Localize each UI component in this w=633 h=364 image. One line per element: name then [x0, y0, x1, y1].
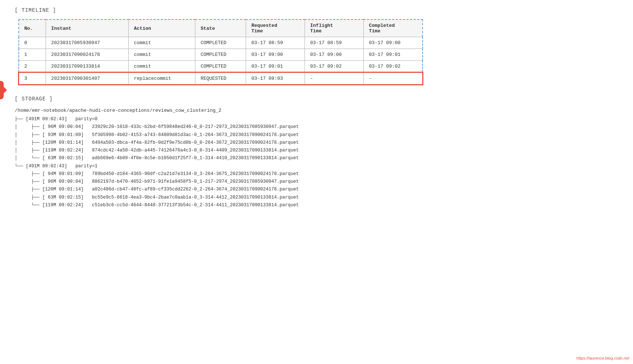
timeline-table: No. Instant Action State RequestedTime I…: [18, 19, 423, 85]
table-cell-3: REQUESTED: [195, 72, 246, 85]
tree-line-item: ├── [ 94M 09:01:09] 789bd450-d184-4365-9…: [15, 170, 618, 178]
timeline-label: [ TIMELINE ]: [15, 7, 618, 13]
tree-line-item: └── [491M 09:02:43] parity=1: [15, 163, 618, 170]
tree-line-item: │ ├── [ 93M 09:01:09] 5f305998-4b02-4153…: [15, 131, 618, 139]
storage-tree: ├── [491M 09:02:43] parity=0│ ├── [ 96M …: [15, 115, 618, 209]
table-cell-3: COMPLETED: [195, 49, 246, 61]
storage-path: /home/emr-notebook/apache-hudi-core-conc…: [15, 108, 618, 113]
table-cell-1: 20230317090024178: [46, 49, 129, 61]
table-cell-0: 0: [19, 37, 46, 49]
table-cell-5: -: [305, 72, 364, 85]
storage-section: [ STORAGE ] /home/emr-notebook/apache-hu…: [15, 96, 618, 209]
table-cell-5: 03-17 09:02: [305, 61, 364, 73]
table-cell-0: 3: [19, 72, 46, 85]
table-cell-5: 03-17 08:59: [305, 37, 364, 49]
table-cell-0: 2: [19, 61, 46, 73]
table-row: 320230317090301407replacecommitREQUESTED…: [19, 72, 423, 85]
table-cell-6: 03-17 09:02: [364, 61, 423, 73]
table-cell-4: 03-17 09:03: [246, 72, 305, 85]
table-cell-4: 03-17 09:01: [246, 61, 305, 73]
table-cell-2: commit: [128, 49, 195, 61]
col-header-requested-time: RequestedTime: [246, 19, 305, 37]
tree-line-item: │ └── [ 63M 09:02:15] adb669e6-4b09-4f0e…: [15, 154, 618, 162]
table-cell-3: COMPLETED: [195, 37, 246, 49]
tree-line-item: ├── [ 63M 09:02:15] bc55e9c5-6618-4ea3-9…: [15, 194, 618, 201]
table-row: 220230317090133814commitCOMPLETED03-17 0…: [19, 61, 423, 73]
col-header-action: Action: [128, 19, 195, 37]
table-row: 020230317085930947commitCOMPLETED03-17 0…: [19, 37, 423, 49]
table-header-row: No. Instant Action State RequestedTime I…: [19, 19, 423, 37]
tree-line-item: │ ├── [119M 09:02:24] 874cdc42-4a50-42db…: [15, 147, 618, 154]
tree-line-item: │ ├── [ 96M 09:00:04] 23929c20-1018-433c…: [15, 123, 618, 131]
col-header-instant: Instant: [46, 19, 129, 37]
table-cell-1: 20230317090301407: [46, 72, 129, 85]
table-cell-6: 03-17 09:01: [364, 49, 423, 61]
table-cell-2: replacecommit: [128, 72, 195, 85]
tree-line-item: │ ├── [120M 09:01:14] 6494a503-dbca-4f4a…: [15, 139, 618, 147]
table-cell-1: 20230317085930947: [46, 37, 129, 49]
table-cell-3: COMPLETED: [195, 61, 246, 73]
table-cell-6: 03-17 09:00: [364, 37, 423, 49]
tree-line-item: └── [119M 09:02:24] c51eb3c6-cc5d-4644-8…: [15, 201, 618, 209]
table-cell-5: 03-17 09:00: [305, 49, 364, 61]
col-header-no: No.: [19, 19, 46, 37]
table-cell-1: 20230317090133814: [46, 61, 129, 73]
table-cell-4: 03-17 09:00: [246, 49, 305, 61]
col-header-state: State: [195, 19, 246, 37]
tree-line-item: ├── [ 96M 09:00:04] 8862197d-b470-4652-b…: [15, 178, 618, 186]
storage-label: [ STORAGE ]: [15, 96, 618, 102]
table-cell-2: commit: [128, 61, 195, 73]
table-row: 120230317090024178commitCOMPLETED03-17 0…: [19, 49, 423, 61]
tree-line-item: ├── [120M 09:01:14] a02c486d-cb47-48fc-a…: [15, 186, 618, 193]
col-header-inflight-time: InflightTime: [305, 19, 364, 37]
callout-wrapper: Offline Clustering Schedule: [0, 81, 4, 99]
col-header-completed-time: CompletedTime: [364, 19, 423, 37]
table-cell-0: 1: [19, 49, 46, 61]
tree-line-item: ├── [491M 09:02:43] parity=0: [15, 115, 618, 123]
timeline-section: [ TIMELINE ] Offline Clustering Schedule…: [15, 7, 618, 85]
table-cell-4: 03-17 08:59: [246, 37, 305, 49]
table-cell-2: commit: [128, 37, 195, 49]
table-cell-6: -: [364, 72, 423, 85]
callout-box: Offline Clustering Schedule: [0, 81, 4, 99]
